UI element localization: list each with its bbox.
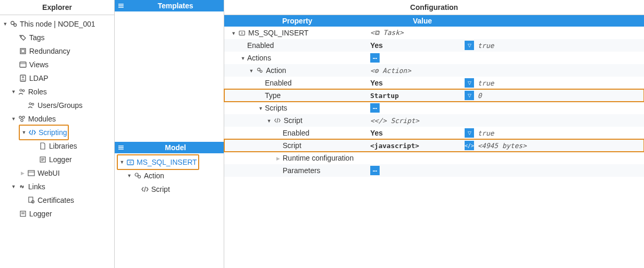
dropdown-button[interactable] xyxy=(465,128,474,138)
row-runtime[interactable]: Runtime configuration xyxy=(224,152,644,164)
svg-point-38 xyxy=(241,32,242,33)
row-action[interactable]: Action <⚙ Action> xyxy=(224,64,644,77)
svg-rect-20 xyxy=(28,170,34,176)
nav-tags[interactable]: Tags xyxy=(0,31,114,44)
col-extra xyxy=(475,15,644,27)
row-scripts[interactable]: Scripts xyxy=(224,102,644,114)
config-title: Configuration xyxy=(224,0,644,15)
code-edit-button[interactable]: </> xyxy=(465,141,474,150)
svg-point-8 xyxy=(22,77,24,78)
model-root[interactable]: MS_SQL_INSERT xyxy=(115,155,224,169)
row-actions[interactable]: Actions xyxy=(224,52,644,64)
svg-point-35 xyxy=(135,173,138,176)
row-enabled1[interactable]: Enabled Yes true xyxy=(224,39,644,52)
svg-point-40 xyxy=(260,70,262,72)
nav-roles[interactable]: Roles xyxy=(0,85,114,99)
gear-stack-icon xyxy=(254,67,265,74)
col-value: Value xyxy=(370,15,475,27)
gear-stack-icon xyxy=(8,20,19,28)
nav-views[interactable]: Views xyxy=(0,58,114,71)
svg-rect-5 xyxy=(20,62,26,67)
users-icon xyxy=(17,88,27,96)
svg-point-15 xyxy=(21,119,23,121)
row-enabled3[interactable]: Enabled Yes true xyxy=(224,127,644,139)
col-property: Property xyxy=(224,15,370,27)
svg-point-13 xyxy=(19,116,21,118)
task-icon xyxy=(125,158,136,166)
svg-rect-33 xyxy=(127,160,133,165)
log-icon xyxy=(18,210,28,218)
hamburger-icon[interactable] xyxy=(115,144,127,151)
svg-point-10 xyxy=(22,90,25,92)
nav-libraries[interactable]: Libraries xyxy=(0,139,114,153)
more-button[interactable] xyxy=(370,53,380,63)
log-icon xyxy=(38,155,48,164)
nav-webui[interactable]: WebUI xyxy=(0,166,114,180)
nav-certificates[interactable]: Certificates xyxy=(0,193,114,207)
svg-rect-4 xyxy=(21,50,25,53)
link-icon xyxy=(17,182,27,191)
svg-point-1 xyxy=(14,24,17,27)
code-icon xyxy=(140,185,150,193)
row-type[interactable]: Type Startup 0 xyxy=(224,89,644,102)
code-icon xyxy=(27,128,38,137)
svg-point-39 xyxy=(258,68,260,71)
nav-scripting[interactable]: Scripting xyxy=(0,126,114,139)
hamburger-icon[interactable] xyxy=(115,2,127,9)
explorer-panel: Explorer This node | NODE_001 Tags Redun… xyxy=(0,0,115,268)
svg-point-0 xyxy=(11,21,14,25)
config-panel: Configuration Property Value MS_SQL_INSE… xyxy=(224,0,644,268)
nav-usersgroups[interactable]: Users/Groups xyxy=(0,99,114,112)
nav-ldap[interactable]: LDAP xyxy=(0,71,114,85)
nav-logger[interactable]: Logger xyxy=(0,153,114,166)
nav-modules[interactable]: Modules xyxy=(0,112,114,126)
row-scriptvalue[interactable]: Script <javascript> </> <4945 bytes> xyxy=(224,139,644,152)
nav-links[interactable]: Links xyxy=(0,180,114,193)
row-script[interactable]: Script <</> Script> xyxy=(224,114,644,127)
row-enabled2[interactable]: Enabled Yes true xyxy=(224,77,644,89)
model-header: Model xyxy=(115,142,224,153)
ldap-icon xyxy=(18,74,28,82)
dropdown-button[interactable] xyxy=(465,91,474,100)
middle-panel: Templates Model MS_SQL_INSERT Action Scr… xyxy=(115,0,224,268)
svg-point-14 xyxy=(22,116,25,118)
gear-stack-icon xyxy=(132,172,143,180)
model-script[interactable]: Script xyxy=(115,182,224,196)
window-icon xyxy=(26,169,37,177)
nav-redundancy[interactable]: Redundancy xyxy=(0,44,114,58)
modules-icon xyxy=(17,115,27,123)
svg-point-34 xyxy=(130,162,131,163)
svg-point-36 xyxy=(138,176,141,178)
nav-logger2[interactable]: Logger xyxy=(0,207,114,221)
node-root[interactable]: This node | NODE_001 xyxy=(0,17,114,31)
svg-point-11 xyxy=(29,103,31,105)
svg-rect-37 xyxy=(239,31,245,35)
box-icon xyxy=(18,47,28,55)
more-button[interactable] xyxy=(370,103,380,113)
explorer-title: Explorer xyxy=(0,0,114,15)
dropdown-button[interactable] xyxy=(465,78,474,88)
svg-rect-22 xyxy=(29,197,33,202)
svg-point-2 xyxy=(21,36,22,37)
certificate-icon xyxy=(26,196,37,204)
row-parameters[interactable]: Parameters xyxy=(224,164,644,177)
row-root[interactable]: MS_SQL_INSERT <⧉ Task> xyxy=(224,27,644,39)
views-icon xyxy=(18,60,28,69)
model-action[interactable]: Action xyxy=(115,169,224,182)
task-icon xyxy=(237,29,247,36)
svg-point-9 xyxy=(20,89,22,91)
templates-header: Templates xyxy=(115,0,224,11)
users-icon xyxy=(26,101,37,109)
file-icon xyxy=(38,142,48,150)
tags-icon xyxy=(18,33,28,42)
dropdown-button[interactable] xyxy=(465,41,474,50)
config-header-row: Property Value xyxy=(224,15,644,27)
svg-point-12 xyxy=(32,103,34,105)
more-button[interactable] xyxy=(370,166,380,175)
code-icon xyxy=(272,117,283,124)
